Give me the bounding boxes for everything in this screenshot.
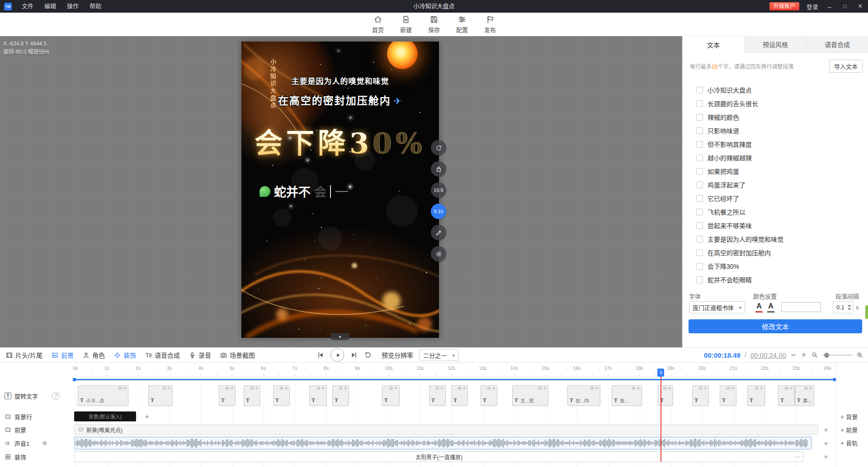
checkbox[interactable] xyxy=(696,127,703,134)
text-line-item[interactable]: 主要是因为人的嗅觉和味觉 xyxy=(696,232,864,246)
checkbox[interactable] xyxy=(696,87,703,93)
checkbox[interactable] xyxy=(696,168,703,175)
text-line-item[interactable]: 小冷知识大盘点 xyxy=(696,83,864,97)
text-clip[interactable]: T xyxy=(720,385,736,406)
checkbox[interactable] xyxy=(696,222,703,229)
paragraph-spacing-input[interactable]: 0.1 xyxy=(833,301,854,313)
canvas[interactable]: X -634.8 Y 4644.5 旋转-90.0 缩放55% xyxy=(0,36,682,347)
add-clip-button[interactable] xyxy=(145,413,149,420)
foreground-clip[interactable]: 前景(唯美光点) xyxy=(74,425,818,434)
foreground-lane[interactable]: 前景(唯美光点) xyxy=(73,425,836,434)
checkbox[interactable] xyxy=(696,154,703,161)
text-line-item[interactable]: 如果把鸡蛋 xyxy=(696,164,864,178)
text-line-item[interactable]: 蛇并不会眨眼睛 xyxy=(696,273,864,286)
asset-tab-film[interactable]: 片头/片尾 xyxy=(5,350,42,360)
color-swatch[interactable] xyxy=(781,302,821,312)
text-clip[interactable]: T xyxy=(219,385,236,406)
text-clip[interactable]: T xyxy=(481,385,497,406)
settings-button[interactable] xyxy=(431,246,446,262)
skip-to-end-button[interactable] xyxy=(350,351,358,359)
text-line-item[interactable]: 只影响味道 xyxy=(696,124,864,137)
ratio-16-9-button[interactable]: 16:9 xyxy=(431,182,446,198)
mute-toggle-icon[interactable] xyxy=(42,440,48,447)
text-clip[interactable]: T xyxy=(148,385,173,406)
add-track-button[interactable]: 背景 xyxy=(840,412,858,421)
asset-tab-deco[interactable]: 装饰 xyxy=(113,350,136,360)
text-line-item[interactable]: 鸡蛋浮起来了 xyxy=(696,178,864,191)
text-line-item[interactable]: 越小的辣椒越辣 xyxy=(696,151,864,164)
toolbar-home-button[interactable]: 首页 xyxy=(368,15,388,34)
text-clip[interactable]: T xyxy=(273,385,290,406)
ratio-9-16-button[interactable]: 9:16 xyxy=(431,204,446,219)
more-options-icon[interactable] xyxy=(794,453,801,460)
asset-tab-fg[interactable]: 前景 xyxy=(51,350,74,360)
text-line-item[interactable]: 飞机餐之所以 xyxy=(696,205,864,219)
toolbar-save-button[interactable]: 保存 xyxy=(424,15,444,34)
text-clip[interactable]: T xyxy=(778,385,795,406)
text-clip[interactable]: T xyxy=(429,385,446,406)
spacing-stepper[interactable] xyxy=(848,304,853,310)
video-preview-stage[interactable]: 小冷知识大盘点 主要是因为人的嗅觉和味觉 在高空的密封加压舱内✈ 会下降30% … xyxy=(241,42,439,338)
toolbar-new-button[interactable]: 新建 xyxy=(396,15,416,34)
checkbox[interactable] xyxy=(696,195,703,202)
toolbar-publish-button[interactable]: 发布 xyxy=(480,15,500,34)
asset-tab-person[interactable]: 角色 xyxy=(82,350,105,360)
text-color-button[interactable]: A xyxy=(754,302,764,313)
add-track-button[interactable]: 前景 xyxy=(840,425,858,434)
checkbox[interactable] xyxy=(696,263,703,270)
tab-voice-synthesis[interactable]: 语音合成 xyxy=(806,36,868,53)
text-clip[interactable]: T xyxy=(692,385,709,406)
checkbox[interactable] xyxy=(696,249,703,256)
slider-thumb[interactable] xyxy=(824,353,829,358)
loop-button[interactable] xyxy=(364,351,372,359)
add-track-button[interactable]: 音轨 xyxy=(840,439,858,447)
magnifier-plus-icon[interactable] xyxy=(856,351,863,359)
menu-item[interactable]: 操作 xyxy=(61,0,84,13)
edit-button[interactable] xyxy=(431,225,446,240)
decoration-lane[interactable]: 太阳黑子(一直播放) xyxy=(73,451,836,462)
background-lane[interactable]: 背景(默认渐入) xyxy=(73,411,836,421)
menu-item[interactable]: 文件 xyxy=(16,0,39,13)
text-clip[interactable]: T xyxy=(332,385,349,406)
text-clip[interactable]: T xyxy=(382,385,400,406)
tab-preset-style[interactable]: 预设风格 xyxy=(744,36,806,53)
text-line-item[interactable]: 长颈鹿的舌头很长 xyxy=(696,97,864,110)
text-line-item[interactable]: 会下降30% xyxy=(696,259,864,273)
text-clip[interactable]: T xyxy=(309,385,327,406)
add-clip-button[interactable] xyxy=(824,439,828,447)
rotate-button[interactable] xyxy=(431,140,446,155)
text-clip[interactable]: T真... xyxy=(795,385,814,406)
zoom-out-button[interactable] xyxy=(790,351,797,359)
text-clip-lane[interactable]: T小冷...点TTTTTTTTTTT主...觉T在...内T会...TTTTTT… xyxy=(73,384,836,407)
scroll-thumb[interactable] xyxy=(865,305,868,319)
text-line-item[interactable]: 辣椒的颜色 xyxy=(696,110,864,124)
menu-item[interactable]: 编辑 xyxy=(39,0,61,13)
menu-item[interactable]: 帮助 xyxy=(84,0,107,13)
magnifier-minus-icon[interactable] xyxy=(811,351,818,359)
collapse-stage-button[interactable] xyxy=(330,333,349,340)
add-clip-button[interactable] xyxy=(824,426,828,434)
preview-resolution-select[interactable]: 二分之一 xyxy=(419,349,459,361)
help-icon[interactable] xyxy=(52,392,60,400)
asset-tab-tts[interactable]: 语音合成 xyxy=(145,350,180,360)
skip-to-start-button[interactable] xyxy=(316,351,325,359)
checkbox[interactable] xyxy=(696,236,703,243)
close-button[interactable] xyxy=(853,0,868,13)
playhead-handle[interactable] xyxy=(657,369,664,377)
text-line-item[interactable]: 它已经坏了 xyxy=(696,191,864,205)
timeline-zoom-slider[interactable] xyxy=(822,355,852,356)
text-clip[interactable]: T主...觉 xyxy=(512,385,548,406)
tab-text[interactable]: 文本 xyxy=(683,36,744,53)
upgrade-account-button[interactable]: 升级账户 xyxy=(769,2,799,10)
maximize-button[interactable] xyxy=(837,0,853,13)
modify-text-button[interactable]: 修改文本 xyxy=(689,319,862,333)
asset-tab-mic[interactable]: 录音 xyxy=(189,350,211,360)
font-select[interactable]: 庞门正道粗书体 xyxy=(689,301,745,313)
text-clip[interactable]: T xyxy=(747,385,765,406)
visible-range-bar[interactable] xyxy=(73,379,836,380)
checkbox[interactable] xyxy=(696,114,703,121)
audio-waveform-clip[interactable] xyxy=(74,437,811,449)
login-button[interactable]: 登录 xyxy=(807,2,818,11)
play-button[interactable] xyxy=(330,348,344,362)
text-clip[interactable]: T xyxy=(244,385,260,406)
